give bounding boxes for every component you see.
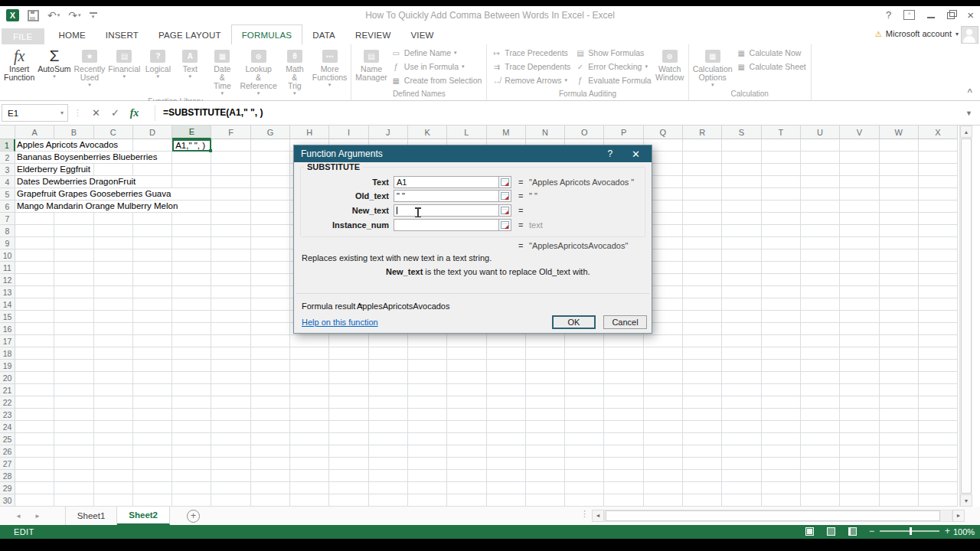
cell-D3[interactable] [133,164,172,176]
cell-V26[interactable] [840,445,879,458]
cell-C16[interactable] [94,323,133,335]
insert-function-icon[interactable]: fx [125,107,144,119]
cell-F17[interactable] [211,335,250,347]
cell-R19[interactable] [683,360,722,372]
cell-U3[interactable] [801,164,840,176]
cell-F8[interactable] [211,225,250,237]
cell-J24[interactable] [369,421,408,433]
cell-B7[interactable] [54,213,93,225]
row-header-18[interactable]: 18 [0,347,15,360]
row-header-13[interactable]: 13 [0,286,15,298]
cell-V14[interactable] [840,298,879,311]
cell-O27[interactable] [565,458,604,470]
cell-W8[interactable] [880,225,919,237]
cell-W10[interactable] [880,249,919,262]
cell-T17[interactable] [762,335,801,347]
cell-W7[interactable] [880,213,919,225]
newtext-arg-input[interactable] [394,204,501,217]
cell-G4[interactable] [251,176,290,188]
cell-D4[interactable] [133,176,172,188]
cell-R23[interactable] [683,409,722,421]
cell-C8[interactable] [94,225,133,237]
cell-T9[interactable] [762,237,801,249]
cell-W29[interactable] [880,482,919,494]
cell-C23[interactable] [94,409,133,421]
cell-C9[interactable] [94,237,133,249]
cell-Q17[interactable] [644,335,683,347]
cell-V15[interactable] [840,311,879,323]
cell-L25[interactable] [447,433,486,445]
cell-T18[interactable] [762,347,801,360]
cell-E17[interactable] [172,335,211,347]
vertical-scroll-thumb[interactable] [961,139,972,494]
cell-R13[interactable] [683,286,722,298]
row-header-25[interactable]: 25 [0,433,15,445]
cell-A5[interactable]: Grapefruit Grapes Gooseberries Guava [15,188,54,201]
dropdown-icon[interactable]: ▾ [293,90,296,96]
cell-G11[interactable] [251,262,290,274]
cell-X6[interactable] [919,201,958,213]
cell-O24[interactable] [565,421,604,433]
cell-G28[interactable] [251,470,290,482]
cell-M28[interactable] [487,470,526,482]
column-header-Q[interactable]: Q [644,126,683,139]
oldtext-arg-input[interactable]: " " [394,190,501,202]
cell-O17[interactable] [565,335,604,347]
cell-K18[interactable] [408,347,447,360]
column-header-K[interactable]: K [408,126,447,139]
dialog-title-bar[interactable]: Function Arguments ? ✕ [294,145,652,162]
cell-B14[interactable] [54,298,93,311]
cell-T24[interactable] [762,421,801,433]
cell-F12[interactable] [211,274,250,286]
cell-J27[interactable] [369,458,408,470]
row-header-26[interactable]: 26 [0,445,15,458]
cell-C28[interactable] [94,470,133,482]
lookup-reference-button[interactable]: ⊙Lookup&Reference▾ [238,45,278,96]
cell-U16[interactable] [801,323,840,335]
cell-V13[interactable] [840,286,879,298]
cell-X22[interactable] [919,396,958,409]
cell-C18[interactable] [94,347,133,360]
cell-Q28[interactable] [644,470,683,482]
cell-I28[interactable] [329,470,368,482]
cell-U4[interactable] [801,176,840,188]
cell-R2[interactable] [683,152,722,164]
cell-V19[interactable] [840,360,879,372]
cell-F21[interactable] [211,384,250,396]
cell-R15[interactable] [683,311,722,323]
cell-G26[interactable] [251,445,290,458]
cell-H23[interactable] [290,409,329,421]
cell-U23[interactable] [801,409,840,421]
name-manager-button[interactable]: ▤NameManager [354,45,388,82]
cell-F20[interactable] [211,372,250,384]
cell-P21[interactable] [604,384,643,396]
cell-Q27[interactable] [644,458,683,470]
cell-F7[interactable] [211,213,250,225]
cell-C3[interactable] [94,164,133,176]
cell-V7[interactable] [840,213,879,225]
cell-C7[interactable] [94,213,133,225]
cell-L30[interactable] [447,494,486,507]
cell-N17[interactable] [526,335,565,347]
cell-S1[interactable] [722,139,761,152]
cell-P23[interactable] [604,409,643,421]
cell-G15[interactable] [251,311,290,323]
cell-E20[interactable] [172,372,211,384]
row-header-8[interactable]: 8 [0,225,15,237]
cell-S8[interactable] [722,225,761,237]
cell-K20[interactable] [408,372,447,384]
cell-B26[interactable] [54,445,93,458]
cell-D9[interactable] [133,237,172,249]
cell-L24[interactable] [447,421,486,433]
cell-X29[interactable] [919,482,958,494]
cell-G5[interactable] [251,188,290,201]
cell-E8[interactable] [172,225,211,237]
cell-V6[interactable] [840,201,879,213]
cell-E21[interactable] [172,384,211,396]
cell-A28[interactable] [15,470,54,482]
cell-X18[interactable] [919,347,958,360]
cell-V2[interactable] [840,152,879,164]
cell-D24[interactable] [133,421,172,433]
cell-D13[interactable] [133,286,172,298]
row-header-28[interactable]: 28 [0,470,15,482]
